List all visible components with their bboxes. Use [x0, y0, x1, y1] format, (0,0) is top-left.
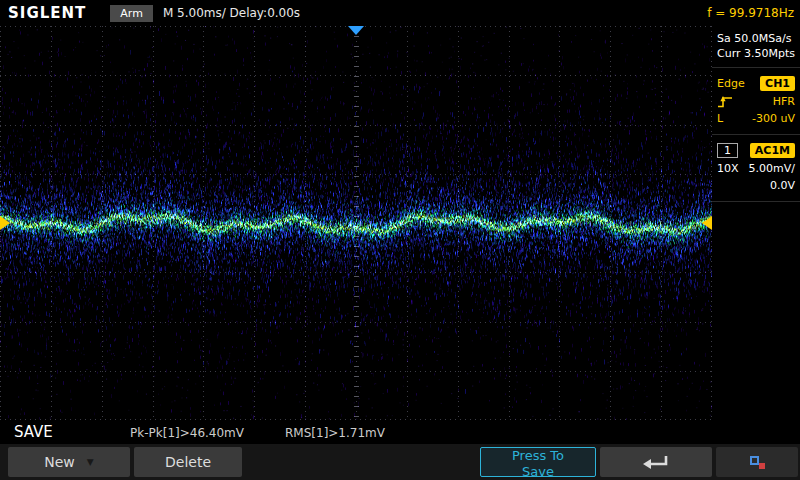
- channel-number-badge: 1: [717, 143, 738, 158]
- trigger-panel: Edge CH1 HFR L -300 uV: [712, 68, 800, 135]
- volts-per-div: 5.00mV/: [749, 162, 795, 175]
- acquisition-panel: Sa 50.0MSa/s Curr 3.50Mpts: [712, 26, 800, 68]
- new-button[interactable]: New ▼: [8, 447, 130, 477]
- top-bar: SIGLENT Arm M 5.00ms/ Delay:0.00s f = 99…: [0, 0, 800, 26]
- sample-rate: Sa 50.0MSa/s: [717, 32, 795, 45]
- oscilloscope-screen: SIGLENT Arm M 5.00ms/ Delay:0.00s f = 99…: [0, 0, 800, 480]
- probe-attenuation: 10X: [717, 162, 739, 175]
- status-bar: SAVE Pk-Pk[1]>46.40mV RMS[1]>1.71mV: [0, 420, 712, 444]
- trigger-type: Edge: [717, 77, 745, 90]
- ch1-offset-marker[interactable]: [0, 216, 10, 230]
- channel-offset: 0.0V: [770, 179, 795, 192]
- brand-logo: SIGLENT: [8, 4, 86, 22]
- return-arrow-icon: [641, 453, 671, 471]
- pkpk-measurement: Pk-Pk[1]>46.40mV: [130, 426, 244, 440]
- soft-menu-bar: New ▼ Delete Press To Save: [0, 444, 800, 480]
- menu-toggle-button[interactable]: [716, 447, 798, 477]
- grid-icon: [750, 456, 765, 469]
- trigger-position-marker[interactable]: [348, 26, 364, 35]
- back-button[interactable]: [600, 447, 712, 477]
- trigger-source-badge: CH1: [760, 76, 795, 91]
- trigger-level-value: -300 uV: [752, 112, 795, 125]
- channel-coupling-badge: AC1M: [750, 143, 795, 158]
- new-button-label: New: [44, 454, 75, 470]
- trigger-coupling: HFR: [773, 95, 795, 108]
- timebase-readout: M 5.00ms/ Delay:0.00s: [163, 6, 300, 20]
- waveform-display: [0, 26, 712, 420]
- frequency-counter: f = 99.9718Hz: [707, 6, 794, 20]
- memory-depth: Curr 3.50Mpts: [717, 47, 795, 60]
- rms-measurement: RMS[1]>1.71mV: [285, 426, 385, 440]
- waveform-canvas: [0, 26, 712, 420]
- delete-button-label: Delete: [165, 454, 211, 470]
- chevron-down-icon: ▼: [87, 457, 94, 467]
- press-to-save-button[interactable]: Press To Save: [480, 447, 596, 477]
- menu-title: SAVE: [14, 423, 53, 441]
- trigger-status-badge: Arm: [110, 5, 153, 22]
- trigger-level-marker[interactable]: [702, 216, 712, 230]
- channel-panel: 1 AC1M 10X 5.00mV/ 0.0V: [712, 135, 800, 202]
- trigger-level-label: L: [717, 112, 723, 125]
- delete-button[interactable]: Delete: [134, 447, 242, 477]
- rising-edge-icon: [717, 95, 733, 108]
- info-sidebar: Sa 50.0MSa/s Curr 3.50Mpts Edge CH1 HFR …: [712, 26, 800, 420]
- save-button-label: Press To Save: [512, 448, 564, 479]
